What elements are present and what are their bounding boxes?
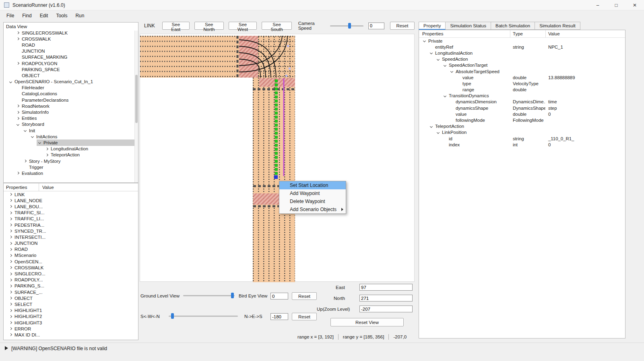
left-property-item[interactable]: JUNCTION — [4, 240, 138, 246]
route-start-marker[interactable] — [274, 175, 278, 179]
data-view-item[interactable]: CatalogLocations — [4, 91, 138, 97]
expand-icon[interactable] — [8, 236, 14, 238]
left-property-item[interactable]: SINGLECRO... — [4, 271, 138, 277]
data-view-item[interactable]: FileHeader — [4, 85, 138, 91]
left-property-item[interactable]: ERROR — [4, 326, 138, 332]
expand-icon[interactable] — [15, 117, 21, 119]
tab-simulation-result[interactable]: Simulation Result — [535, 22, 580, 30]
data-view-item[interactable]: Entities — [4, 115, 138, 121]
left-property-item[interactable]: OBJECT — [4, 295, 138, 301]
maximize-button[interactable]: □ — [607, 0, 625, 10]
bird-eye-reset-button[interactable]: Reset — [292, 292, 317, 300]
route-waypoint[interactable] — [275, 100, 278, 103]
route-waypoint[interactable] — [275, 144, 278, 147]
context-menu-item[interactable]: Set Start Location — [279, 181, 346, 189]
slider-handle[interactable] — [348, 23, 351, 29]
route-waypoint[interactable] — [275, 164, 278, 167]
left-property-item[interactable]: LANE_NODE — [4, 197, 138, 203]
property-row[interactable]: SpeedActionTarget — [419, 62, 625, 68]
property-row[interactable]: typeVelocityType — [419, 80, 625, 86]
left-property-item[interactable]: INTERSECTI... — [4, 234, 138, 240]
north-input[interactable] — [359, 295, 413, 302]
left-property-item[interactable]: PEDESTRIA... — [4, 222, 138, 228]
left-property-item[interactable]: OpenSCEN... — [4, 258, 138, 265]
map-canvas[interactable] — [140, 34, 415, 282]
expand-icon[interactable] — [8, 322, 14, 324]
property-row[interactable]: LongitudinalAction — [419, 50, 625, 56]
route-waypoint[interactable] — [275, 152, 278, 155]
property-row[interactable]: valuedouble0 — [419, 111, 625, 117]
tab-batch-simulation[interactable]: Batch Simulation — [491, 22, 535, 30]
close-button[interactable]: ✕ — [625, 0, 644, 10]
expand-icon[interactable] — [8, 254, 14, 256]
expand-icon[interactable] — [8, 260, 14, 263]
expand-icon[interactable] — [8, 279, 14, 281]
map-viewport[interactable]: Set Start LocationAdd WaypointDelete Way… — [140, 34, 415, 282]
route-waypoint[interactable] — [275, 148, 278, 151]
left-property-item[interactable]: SYNCED_TR... — [4, 228, 138, 234]
data-view-item[interactable]: LongitudinalAction — [4, 146, 138, 152]
left-property-item[interactable]: MScenario — [4, 252, 138, 258]
collapse-icon[interactable] — [435, 131, 441, 133]
slider-handle[interactable] — [231, 293, 234, 298]
route-waypoint[interactable] — [275, 92, 278, 94]
data-view-item[interactable]: RoadNetwork — [4, 103, 138, 109]
collapse-icon[interactable] — [15, 123, 21, 125]
expand-icon[interactable] — [8, 303, 14, 305]
data-view-item[interactable]: SimulatorInfo — [4, 109, 138, 115]
expand-icon[interactable] — [8, 285, 14, 287]
data-view-item[interactable]: Trigger — [4, 164, 138, 170]
minimize-button[interactable]: – — [588, 0, 607, 10]
left-property-item[interactable]: LINK — [4, 191, 138, 197]
expand-icon[interactable] — [8, 242, 14, 244]
data-view-item[interactable]: Evaluation — [4, 170, 138, 176]
left-property-item[interactable]: HIGHLIGHT3 — [4, 320, 138, 326]
route-waypoint[interactable] — [275, 88, 278, 90]
expand-icon[interactable] — [15, 38, 21, 40]
warning-expander-icon[interactable] — [5, 346, 8, 350]
property-row[interactable]: indexint0 — [419, 142, 625, 148]
ground-level-slider[interactable] — [183, 292, 235, 299]
left-property-item[interactable]: SURFACE_... — [4, 289, 138, 295]
zoom-level-input[interactable] — [359, 306, 413, 312]
expand-icon[interactable] — [8, 334, 14, 336]
route-waypoint[interactable] — [275, 116, 278, 119]
left-property-item[interactable]: HIGHLIGHT2 — [4, 314, 138, 320]
route-waypoint[interactable] — [275, 156, 278, 159]
data-view-item[interactable]: SINGLECROSSWALK — [4, 30, 138, 36]
property-row[interactable]: LinkPosition — [419, 129, 625, 135]
data-view-item[interactable]: CROSSWALK — [4, 36, 138, 42]
property-row[interactable]: dynamicsShapeDynamicsShapestep — [419, 105, 625, 111]
data-view-item[interactable]: SURFACE_MARKING — [4, 54, 138, 60]
expand-icon[interactable] — [15, 111, 21, 113]
property-row[interactable]: entityRefstringNPC_1 — [419, 44, 625, 50]
expand-icon[interactable] — [8, 212, 14, 214]
data-view-item[interactable]: Storyboard — [4, 121, 138, 127]
left-property-item[interactable]: ROADPOLY... — [4, 277, 138, 283]
tab-property[interactable]: Property — [419, 22, 446, 30]
data-view-item[interactable]: OBJECT — [4, 72, 138, 78]
data-view-item[interactable]: JUNCTION — [4, 48, 138, 54]
data-view-item[interactable]: Private — [4, 139, 138, 146]
property-row[interactable]: AbsoluteTargetSpeed — [419, 68, 625, 74]
expand-icon[interactable] — [8, 267, 14, 269]
left-property-item[interactable]: SELECT — [4, 301, 138, 307]
see-east-button[interactable]: See East — [162, 22, 190, 30]
menu-item-file[interactable]: File — [2, 11, 18, 20]
expand-icon[interactable] — [8, 328, 14, 330]
collapse-icon[interactable] — [22, 129, 28, 131]
menu-item-run[interactable]: Run — [71, 11, 88, 20]
property-row[interactable]: TransitionDynamics — [419, 93, 625, 99]
collapse-icon[interactable] — [29, 135, 35, 137]
left-property-item[interactable]: ROAD — [4, 246, 138, 252]
route-waypoint[interactable] — [275, 108, 278, 111]
route-waypoint[interactable] — [275, 80, 278, 82]
rotation-reset-button[interactable]: Reset — [292, 313, 317, 320]
camera-speed-reset-button[interactable]: Reset — [390, 22, 415, 30]
menu-item-tools[interactable]: Tools — [52, 11, 71, 20]
data-view-scrollbar[interactable] — [134, 31, 138, 183]
expand-icon[interactable] — [8, 224, 14, 226]
expand-icon[interactable] — [15, 62, 21, 64]
route-waypoint[interactable] — [275, 136, 278, 139]
data-view-item[interactable]: InitActions — [4, 133, 138, 139]
